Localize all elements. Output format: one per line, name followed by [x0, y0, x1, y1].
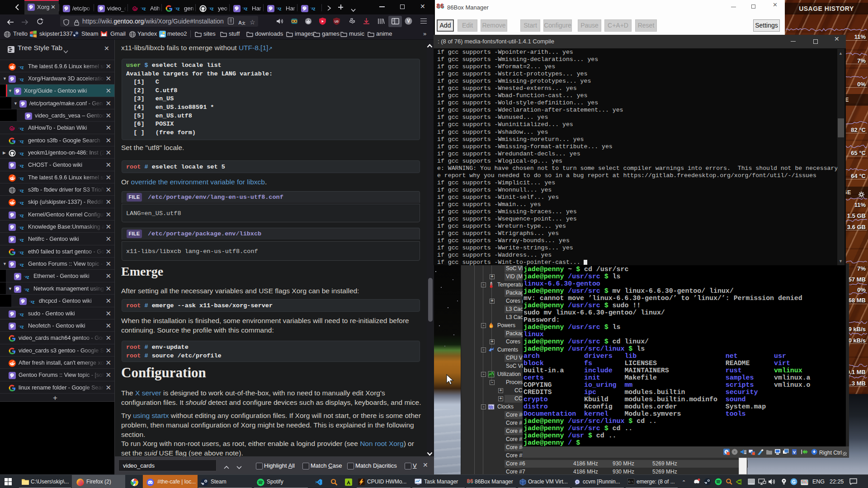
svg-text:C:\: C:\ — [628, 480, 633, 483]
svg-text:G: G — [792, 479, 796, 484]
svg-text:U0: U0 — [335, 20, 339, 23]
svg-text:V: V — [793, 450, 796, 455]
svg-text:V: V — [407, 19, 410, 23]
